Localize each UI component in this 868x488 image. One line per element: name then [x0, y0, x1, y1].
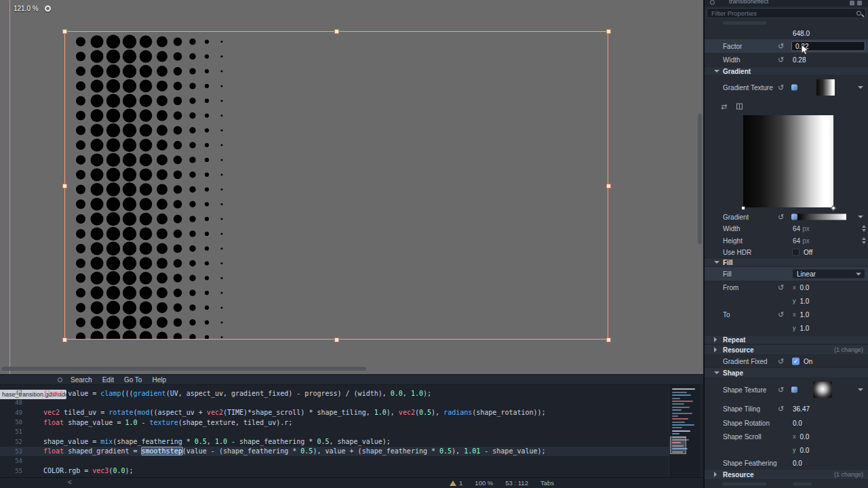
menu-search[interactable]: Search — [71, 376, 92, 384]
vector-component[interactable]: y1.0 — [793, 294, 809, 308]
vector-component[interactable]: x0.0 — [793, 281, 809, 294]
panel-menu-icon[interactable] — [850, 1, 854, 5]
checkbox[interactable]: ✓ — [792, 358, 800, 365]
selection-handle[interactable] — [606, 338, 611, 342]
revert-icon[interactable]: ↺ — [778, 311, 784, 319]
code-line[interactable]: 48 — [0, 398, 669, 407]
gradient-stop-handle[interactable] — [741, 206, 745, 210]
menu-help[interactable]: Help — [152, 376, 166, 384]
section-gradient[interactable]: Gradient — [705, 66, 868, 76]
resource-thumbnail[interactable] — [816, 79, 835, 96]
vector-component[interactable]: x1.0 — [793, 308, 809, 321]
property-from[interactable]: From↺x0.0y1.0 — [705, 281, 868, 308]
component-value[interactable]: 0.0 — [800, 447, 810, 454]
component-value[interactable]: 0.0 — [800, 433, 810, 441]
spinner-arrows-icon[interactable] — [862, 225, 866, 232]
viewport-hscrollbar[interactable] — [1, 367, 366, 371]
panel-options-icon[interactable] — [857, 1, 862, 5]
minimap-viewport[interactable] — [670, 436, 686, 454]
code-area[interactable]: 47float value = clamp(((gradient(UV, asp… — [0, 385, 669, 477]
property-factor[interactable]: Factor↺0.22 — [705, 39, 868, 53]
revert-icon[interactable]: ↺ — [778, 284, 784, 291]
selection-handle[interactable] — [62, 338, 67, 342]
code-line[interactable]: 53float shaped_gradient = smoothstep(val… — [0, 447, 669, 456]
code-line[interactable]: 47float value = clamp(((gradient(UV, asp… — [0, 388, 669, 398]
property-shape-feathering[interactable]: Shape Feathering0.0 — [705, 457, 868, 469]
gradient-preview[interactable] — [705, 114, 868, 211]
gradient-preview-box[interactable] — [743, 115, 833, 207]
selection-handle[interactable] — [62, 29, 67, 34]
property-shape-tiling[interactable]: Shape Tiling↺36.47 — [705, 401, 868, 416]
code-line[interactable]: 49vec2 tiled_uv = rotate(mod((aspect_uv … — [0, 408, 669, 418]
vector-component[interactable]: x0.0 — [793, 430, 809, 443]
code-line[interactable]: 54 — [0, 456, 669, 466]
menu-go-to[interactable]: Go To — [124, 376, 142, 384]
property-gradient[interactable]: Gradient↺ — [705, 211, 868, 222]
code-line[interactable]: 50float shape_value = 1.0 - texture(shap… — [0, 418, 669, 427]
property-fill[interactable]: FillLinear — [705, 267, 868, 281]
collapse-panel-button[interactable]: < — [68, 479, 72, 486]
code-line[interactable]: 51 — [0, 427, 669, 436]
revert-icon[interactable]: ↺ — [778, 358, 784, 365]
property-value[interactable]: 0.28 — [793, 56, 806, 64]
filter-properties-input[interactable] — [707, 9, 865, 18]
code-minimap[interactable] — [669, 385, 700, 477]
section-repeat[interactable]: Repeat — [705, 335, 868, 344]
property-648[interactable]: 648.0 — [705, 27, 868, 39]
component-value[interactable]: 0.0 — [800, 284, 810, 291]
selection-handle[interactable] — [606, 29, 611, 34]
gradient-reverse-icon[interactable]: ⇄ — [721, 103, 727, 110]
selection-handle[interactable] — [606, 184, 611, 188]
selection-handle[interactable] — [334, 338, 339, 342]
property-value[interactable]: 36.47 — [793, 405, 810, 413]
property-use-hdr[interactable]: Use HDROff — [705, 247, 868, 258]
component-value[interactable]: 1.0 — [800, 311, 810, 319]
code-line[interactable]: 52shape_value = mix(shape_feathering * 0… — [0, 436, 669, 446]
revert-icon[interactable]: ↺ — [778, 214, 784, 221]
indent-mode-label[interactable]: Tabs — [540, 479, 554, 487]
checkbox[interactable] — [792, 249, 800, 256]
property-shape-texture[interactable]: Shape Texture↺ — [705, 378, 868, 401]
component-value[interactable]: 1.0 — [800, 298, 810, 305]
revert-icon[interactable]: ↺ — [778, 405, 784, 413]
property-value[interactable]: 0.0 — [793, 420, 802, 427]
selection-handle[interactable] — [62, 184, 67, 188]
spinner-arrows-icon[interactable] — [862, 237, 866, 244]
zoom-controls[interactable]: 121.0 % — [14, 5, 51, 12]
revert-icon[interactable]: ↺ — [778, 43, 784, 50]
gradient-snap-icon[interactable] — [736, 104, 743, 110]
selection-handle[interactable] — [334, 29, 339, 34]
component-value[interactable]: 1.0 — [800, 325, 810, 332]
section-fill[interactable]: Fill — [705, 258, 868, 267]
center-view-icon[interactable] — [45, 5, 51, 12]
property-tex-width[interactable]: Width64px — [705, 222, 868, 235]
vector-component[interactable]: y1.0 — [793, 321, 809, 335]
2d-viewport[interactable]: 121.0 % — [0, 0, 703, 374]
property-gradient-fixed[interactable]: Gradient Fixed↺✓On — [705, 355, 868, 367]
section-resource-2[interactable]: Resource(1 change) — [705, 469, 868, 480]
resource-thumbnail[interactable] — [813, 382, 832, 398]
revert-icon[interactable]: ↺ — [778, 56, 784, 64]
chevron-down-icon[interactable] — [858, 86, 863, 89]
chevron-down-icon[interactable] — [858, 388, 863, 391]
property-value[interactable]: 648.0 — [793, 30, 810, 37]
section-resource[interactable]: Resource(1 change) — [705, 344, 868, 355]
resource-thumbnail[interactable] — [797, 214, 846, 220]
viewport-vscrollbar[interactable] — [698, 114, 702, 244]
revert-icon[interactable]: ↺ — [778, 84, 784, 92]
spin-value[interactable]: 64px — [793, 235, 859, 247]
chevron-down-icon[interactable] — [858, 216, 863, 218]
option-dropdown[interactable]: Linear — [792, 269, 865, 279]
filter-properties-box[interactable] — [707, 8, 866, 18]
menu-edit[interactable]: Edit — [102, 376, 114, 384]
editor-zoom-label[interactable]: 100 % — [475, 479, 493, 487]
property-shape-rotation[interactable]: Shape Rotation0.0 — [705, 416, 868, 430]
vector-component[interactable]: y0.0 — [793, 443, 809, 457]
warnings-indicator[interactable]: 1 — [450, 479, 462, 487]
spin-value[interactable]: 64px — [793, 222, 859, 235]
property-shape-scroll[interactable]: Shape Scrollx0.0y0.0 — [705, 430, 868, 457]
zoom-level-label[interactable]: 121.0 % — [14, 5, 39, 12]
property-gradient-texture[interactable]: Gradient Texture↺ — [705, 76, 868, 99]
gradient-editor-toolbar[interactable]: ⇄ — [705, 99, 868, 114]
revert-icon[interactable]: ↺ — [778, 386, 784, 394]
